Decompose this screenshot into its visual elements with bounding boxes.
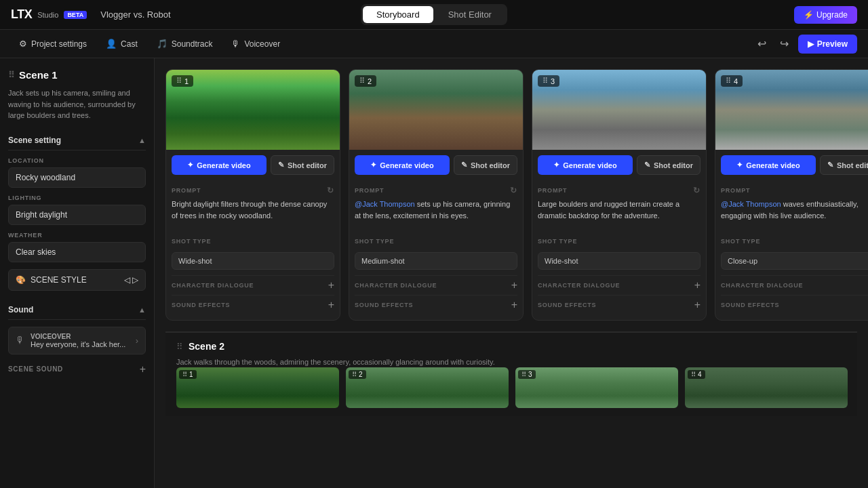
scene2-thumbnail[interactable]: ⠿ 2 — [346, 367, 509, 408]
lighting-input[interactable] — [8, 205, 146, 225]
logo: LTX — [11, 7, 32, 22]
card-actions: ✦ Generate video ✎ Shot editor — [166, 150, 340, 180]
shot-card: ⠿ 3 ✦ Generate video ✎ Shot editor PROMP… — [532, 69, 707, 321]
weather-field-group: WEATHER — [8, 232, 146, 262]
shot-editor-button[interactable]: ✎ Shot editor — [454, 155, 517, 175]
add-sound-effects-button[interactable]: + — [694, 300, 701, 310]
card-actions: ✦ Generate video ✎ Shot editor — [532, 150, 706, 180]
prompt-text: Bright daylight filters through the dens… — [172, 199, 334, 234]
sparkle-icon: ✦ — [370, 161, 376, 169]
scene-setting-chevron: ▲ — [138, 136, 146, 144]
weather-input[interactable] — [8, 242, 146, 262]
scene2-card-number: ⠿ 2 — [349, 370, 366, 379]
scene1-cards-grid: ⠿ 1 ✦ Generate video ✎ Shot editor PROMP… — [165, 69, 857, 321]
sound-label: Sound — [8, 305, 33, 314]
refresh-icon[interactable]: ↻ — [327, 186, 334, 195]
add-dialogue-button[interactable]: + — [328, 280, 334, 291]
character-dialogue-label: CHARACTER DIALOGUE — [355, 282, 437, 289]
prompt-text: @Jack Thompson waves enthusiastically, e… — [721, 199, 868, 234]
generate-video-button[interactable]: ✦ Generate video — [172, 155, 267, 175]
mention: @Jack Thompson — [355, 200, 415, 208]
project-name: Vlogger vs. Robot — [100, 9, 170, 20]
generate-video-button[interactable]: ✦ Generate video — [355, 155, 450, 175]
edit-icon: ✎ — [644, 161, 650, 169]
card-body: PROMPT ↻ Large boulders and rugged terra… — [532, 180, 706, 320]
shot-editor-tab[interactable]: Shot Editor — [435, 6, 505, 23]
location-input[interactable] — [8, 167, 146, 188]
shot-editor-button[interactable]: ✎ Shot editor — [820, 155, 868, 175]
scene-style-button[interactable]: 🎨 SCENE STYLE ◁ ▷ — [8, 269, 146, 291]
add-sound-effects-button[interactable]: + — [328, 300, 334, 310]
scene-style-arrows: ◁ ▷ — [124, 275, 138, 285]
soundtrack-nav[interactable]: 🎵 Soundtrack — [149, 35, 221, 53]
sound-effects-row[interactable]: SOUND EFFECTS + — [355, 295, 517, 314]
shot-type-input[interactable] — [355, 252, 517, 270]
sidebar: ⠿ Scene 1 Jack sets up his camera, smili… — [0, 58, 155, 488]
generate-video-button[interactable]: ✦ Generate video — [721, 155, 816, 175]
character-dialogue-row[interactable]: CHARACTER DIALOGUE + — [172, 275, 334, 295]
shot-editor-button[interactable]: ✎ Shot editor — [637, 155, 701, 175]
cast-nav[interactable]: 👤 Cast — [98, 35, 146, 53]
studio-label: Studio — [37, 11, 58, 19]
cards-area: ⠿ 1 ✦ Generate video ✎ Shot editor PROMP… — [155, 58, 868, 488]
project-settings-nav[interactable]: ⚙ Project settings — [11, 35, 95, 53]
sound-effects-row[interactable]: SOUND EFFECTS + — [721, 295, 868, 314]
refresh-icon[interactable]: ↻ — [693, 186, 701, 195]
prompt-label: PROMPT ↻ — [172, 186, 334, 195]
sound-effects-row[interactable]: SOUND EFFECTS + — [538, 295, 701, 314]
sparkle-icon: ✦ — [553, 161, 559, 169]
generate-video-button[interactable]: ✦ Generate video — [538, 155, 633, 175]
sparkle-icon: ✦ — [187, 161, 193, 169]
card-number: ⠿ 4 — [721, 75, 743, 87]
grid-icon: ⠿ — [691, 371, 696, 378]
voiceover-item[interactable]: 🎙 VOICEOVER Hey everyone, it's Jack her.… — [8, 327, 146, 354]
prompt-text: Large boulders and rugged terrain create… — [538, 199, 701, 234]
character-dialogue-row[interactable]: CHARACTER DIALOGUE + — [355, 275, 517, 295]
scene-setting-header[interactable]: Scene setting ▲ — [8, 131, 146, 150]
card-image: ⠿ 4 — [715, 70, 868, 150]
shot-type-label: SHOT TYPE — [538, 238, 701, 245]
refresh-icon[interactable]: ↻ — [510, 186, 517, 195]
scene2-cards-grid: ⠿ 1 ⠿ 2 ⠿ 3 ⠿ 4 — [176, 367, 846, 408]
scene2-title: Scene 2 — [189, 341, 224, 352]
redo-button[interactable]: ↪ — [776, 35, 793, 53]
logo-area: LTX Studio BETA Vlogger vs. Robot — [11, 7, 171, 22]
character-dialogue-row[interactable]: CHARACTER DIALOGUE + — [538, 275, 701, 295]
storyboard-tab[interactable]: Storyboard — [363, 6, 433, 23]
sound-header[interactable]: Sound ▲ — [8, 300, 146, 320]
scene2-description: Jack walks through the woods, admiring t… — [176, 357, 846, 367]
shot-type-input[interactable] — [721, 252, 868, 270]
shot-type-input[interactable] — [172, 252, 334, 270]
scene2-thumbnail[interactable]: ⠿ 1 — [176, 367, 339, 408]
add-dialogue-button[interactable]: + — [511, 280, 517, 291]
upgrade-button[interactable]: ⚡ Upgrade — [794, 6, 857, 24]
undo-button[interactable]: ↩ — [753, 35, 770, 53]
scene2-thumbnail[interactable]: ⠿ 4 — [685, 367, 848, 408]
character-dialogue-row[interactable]: CHARACTER DIALOGUE + — [721, 275, 868, 295]
shot-type-input[interactable] — [538, 252, 701, 270]
scene-sound-row: SCENE SOUND + — [8, 360, 146, 379]
sound-effects-row[interactable]: SOUND EFFECTS + — [172, 295, 334, 314]
scene2-thumbnail[interactable]: ⠿ 3 — [515, 367, 678, 408]
lighting-label: LIGHTING — [8, 195, 146, 201]
scene2-card-number: ⠿ 4 — [688, 370, 705, 379]
preview-button[interactable]: ▶ Preview — [798, 35, 857, 54]
voiceover-chevron: › — [136, 336, 138, 346]
add-dialogue-button[interactable]: + — [694, 280, 701, 291]
shot-type-label: SHOT TYPE — [172, 238, 334, 245]
scene1-description: Jack sets up his camera, smiling and wav… — [8, 87, 146, 121]
mention: @Jack Thompson — [721, 200, 781, 208]
edit-icon: ✎ — [278, 161, 284, 169]
cast-icon: 👤 — [106, 39, 117, 49]
play-icon: ▶ — [808, 39, 814, 49]
scene2-card-number: ⠿ 1 — [179, 370, 197, 379]
add-sound-effects-button[interactable]: + — [511, 300, 517, 310]
shot-type-label: SHOT TYPE — [355, 238, 517, 245]
card-image: ⠿ 3 — [532, 70, 706, 150]
shot-card: ⠿ 2 ✦ Generate video ✎ Shot editor PROMP… — [349, 69, 524, 321]
nav-bar: ⚙ Project settings 👤 Cast 🎵 Soundtrack 🎙… — [0, 30, 868, 58]
voiceover-nav[interactable]: 🎙 Voiceover — [223, 35, 288, 53]
card-number: ⠿ 3 — [538, 75, 559, 87]
add-scene-sound-button[interactable]: + — [140, 364, 146, 375]
shot-editor-button[interactable]: ✎ Shot editor — [271, 155, 334, 175]
